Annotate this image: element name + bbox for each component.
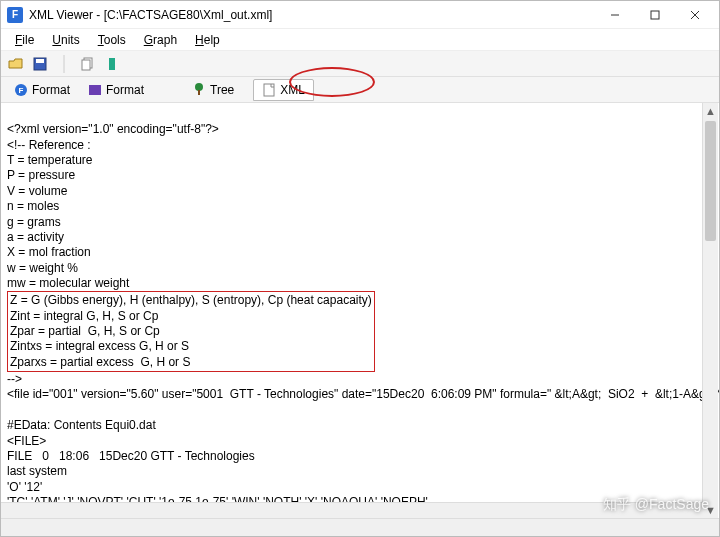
menu-file[interactable]: File — [7, 31, 42, 49]
list-icon[interactable] — [101, 54, 123, 74]
svg-rect-1 — [651, 11, 659, 19]
tree-icon — [192, 83, 206, 97]
titlebar: F XML Viewer - [C:\FACTSAGE80\Xml_out.xm… — [1, 1, 719, 29]
annotation-box: Z = G (Gibbs energy), H (enthalpy), S (e… — [7, 291, 375, 372]
xml-line: last system — [7, 464, 67, 478]
svg-rect-13 — [198, 90, 200, 95]
xml-line: Zparxs = partial excess G, H or S — [10, 355, 190, 369]
scroll-up-icon[interactable]: ▲ — [703, 103, 718, 119]
tab-label: Format — [106, 83, 144, 97]
xml-line: <FILE> — [7, 434, 46, 448]
tab-label: Format — [32, 83, 70, 97]
xml-line: <!-- Reference : — [7, 138, 91, 152]
svg-rect-11 — [89, 85, 101, 95]
vertical-scrollbar[interactable]: ▲ ▼ — [702, 103, 718, 518]
xml-line: --> — [7, 372, 22, 386]
xml-line: #EData: Contents Equi0.dat — [7, 418, 156, 432]
divider — [53, 54, 75, 74]
xml-line: <file id="001" version="5.60" user="5001… — [7, 387, 719, 401]
tab-tree[interactable]: Tree — [183, 79, 243, 101]
chemsage-icon — [88, 83, 102, 97]
xml-line: Zint = integral G, H, S or Cp — [10, 309, 158, 323]
horizontal-scrollbar[interactable] — [1, 502, 703, 518]
xml-line: a = activity — [7, 230, 64, 244]
svg-text:F: F — [19, 86, 24, 95]
tab-fact[interactable]: F Format — [5, 79, 79, 101]
xml-line: V = volume — [7, 184, 67, 198]
status-bar — [1, 518, 719, 536]
xml-line: Zintxs = integral excess G, H or S — [10, 339, 189, 353]
scroll-thumb[interactable] — [705, 121, 716, 241]
watermark: 知乎 @FactSage — [603, 496, 709, 514]
maximize-button[interactable] — [635, 2, 675, 28]
menu-graph[interactable]: Graph — [136, 31, 185, 49]
close-button[interactable] — [675, 2, 715, 28]
tab-xml[interactable]: XML — [253, 79, 314, 101]
copy-icon[interactable] — [77, 54, 99, 74]
svg-point-12 — [195, 83, 203, 91]
app-icon: F — [7, 7, 23, 23]
open-icon[interactable] — [5, 54, 27, 74]
minimize-button[interactable] — [595, 2, 635, 28]
svg-rect-14 — [264, 84, 274, 96]
tab-chemsage[interactable]: Format — [79, 79, 153, 101]
tab-label: XML — [280, 83, 305, 97]
menu-help[interactable]: Help — [187, 31, 228, 49]
xml-line: Zpar = partial G, H, S or Cp — [10, 324, 160, 338]
menu-tools[interactable]: Tools — [90, 31, 134, 49]
toolbar — [1, 51, 719, 77]
svg-rect-5 — [36, 59, 44, 63]
window-controls — [595, 2, 715, 28]
xml-line: T = temperature — [7, 153, 93, 167]
xml-line: P = pressure — [7, 168, 75, 182]
menubar: File Units Tools Graph Help — [1, 29, 719, 51]
svg-rect-8 — [82, 60, 90, 70]
xml-line: Z = G (Gibbs energy), H (enthalpy), S (e… — [10, 293, 372, 307]
tab-row: F Format Format Tree XML — [1, 77, 719, 103]
document-icon — [262, 83, 276, 97]
xml-content[interactable]: <?xml version="1.0" encoding="utf-8"?> <… — [1, 103, 719, 518]
menu-units[interactable]: Units — [44, 31, 87, 49]
xml-line: g = grams — [7, 215, 61, 229]
save-icon[interactable] — [29, 54, 51, 74]
xml-line: mw = molecular weight — [7, 276, 129, 290]
xml-line: <?xml version="1.0" encoding="utf-8"?> — [7, 122, 219, 136]
xml-line: FILE 0 18:06 15Dec20 GTT - Technologies — [7, 449, 255, 463]
window-title: XML Viewer - [C:\FACTSAGE80\Xml_out.xml] — [29, 8, 595, 22]
xml-line: 'O' '12' — [7, 480, 42, 494]
factsage-icon: F — [14, 83, 28, 97]
xml-line: w = weight % — [7, 261, 78, 275]
tab-label: Tree — [210, 83, 234, 97]
xml-line: n = moles — [7, 199, 59, 213]
xml-line: X = mol fraction — [7, 245, 91, 259]
